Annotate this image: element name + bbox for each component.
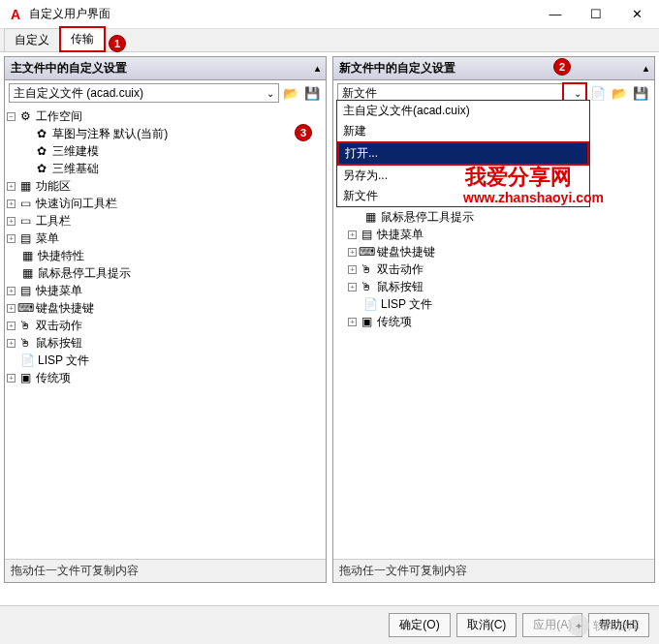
folder-icon: ▣	[17, 370, 33, 385]
ok-button[interactable]: 确定(O)	[389, 613, 450, 637]
tree-label[interactable]: 工具栏	[36, 213, 71, 230]
new-icon[interactable]: 📄	[588, 83, 608, 103]
expander-icon[interactable]: +	[7, 339, 16, 348]
dropdown-option-main[interactable]: 主自定义文件(acad.cuix)	[337, 101, 589, 121]
tooltip-icon: ▦	[19, 265, 35, 281]
annotation-marker-3: 3	[295, 124, 312, 141]
maximize-button[interactable]: ☐	[581, 5, 611, 24]
expander-icon[interactable]: +	[348, 318, 357, 326]
dialog-button-bar: 确定(O) 取消(C) 应用(A) 帮助(H)	[0, 605, 659, 644]
expander-icon[interactable]: +	[7, 217, 16, 226]
dropdown-option-new[interactable]: 新建	[337, 121, 589, 141]
expander-icon[interactable]: +	[348, 283, 357, 291]
right-panel-header: 新文件中的自定义设置 ▴	[333, 57, 654, 80]
main-area: 主文件中的自定义设置 ▴ 主自定义文件 (acad.cuix) ⌄ 📂 💾 −⚙…	[0, 52, 659, 587]
right-combo-text: 新文件	[342, 85, 377, 102]
toolbar-icon: ▭	[17, 196, 33, 211]
gear-icon: ✿	[34, 126, 49, 141]
tree-label[interactable]: 双击动作	[36, 318, 82, 334]
left-panel-header: 主文件中的自定义设置 ▴	[5, 57, 326, 80]
expander-icon[interactable]: +	[348, 265, 357, 274]
file-icon: 📄	[19, 353, 35, 368]
left-tree[interactable]: −⚙工作空间 ✿草图与注释 默认(当前) ✿三维建模 ✿三维基础 +▦功能区 +…	[5, 106, 326, 559]
expander-icon[interactable]: −	[7, 112, 16, 121]
expander-icon[interactable]: +	[7, 374, 16, 383]
keyboard-icon: ⌨	[359, 244, 374, 260]
gear-icon: ✿	[34, 143, 49, 159]
props-icon: ▦	[19, 248, 35, 263]
tree-label[interactable]: 快捷菜单	[377, 227, 424, 243]
expander-icon[interactable]: +	[348, 248, 357, 257]
collapse-icon[interactable]: ▴	[643, 63, 648, 74]
right-footer: 拖动任一文件可复制内容	[333, 559, 654, 582]
open-icon[interactable]: 📂	[281, 83, 300, 103]
tree-label[interactable]: 鼠标按钮	[377, 279, 424, 295]
dropdown-option-open[interactable]: 打开...	[337, 141, 589, 166]
right-header-text: 新文件中的自定义设置	[339, 60, 455, 77]
collapse-icon[interactable]: ▴	[315, 63, 320, 74]
save-icon[interactable]: 💾	[302, 83, 322, 103]
tree-label[interactable]: 鼠标悬停工具提示	[38, 265, 131, 282]
open-icon[interactable]: 📂	[610, 83, 629, 103]
close-button[interactable]: ✕	[622, 5, 651, 24]
tree-label[interactable]: 键盘快捷键	[377, 244, 435, 261]
file-icon: 📄	[362, 296, 378, 312]
file-dropdown[interactable]: 主自定义文件(acad.cuix) 新建 打开... 另存为... 新文件	[336, 100, 590, 207]
expander-icon[interactable]: +	[7, 304, 16, 313]
tree-label[interactable]: 快捷特性	[38, 248, 84, 264]
toolbar-icon: ▭	[17, 213, 33, 229]
title-bar: A 自定义用户界面 — ☐ ✕	[0, 0, 659, 29]
expander-icon[interactable]: +	[7, 234, 16, 243]
dropdown-option-newfile[interactable]: 新文件	[337, 186, 589, 206]
annotation-marker-1: 1	[109, 35, 126, 52]
tree-label[interactable]: 菜单	[36, 230, 59, 247]
chevron-down-icon: ⌄	[267, 88, 274, 99]
minimize-button[interactable]: —	[541, 5, 570, 24]
tab-customize[interactable]: 自定义	[4, 28, 60, 51]
cancel-button[interactable]: 取消(C)	[456, 613, 518, 637]
folder-icon: ▣	[359, 314, 374, 329]
menu-icon: ▤	[17, 283, 33, 298]
mouse-icon: 🖱	[17, 318, 33, 333]
tab-transfer[interactable]: 传输	[59, 26, 106, 52]
expander-icon[interactable]: +	[7, 287, 16, 295]
left-header-text: 主文件中的自定义设置	[11, 60, 127, 77]
mouse-icon: 🖱	[17, 335, 33, 351]
tree-label[interactable]: 快速访问工具栏	[36, 196, 117, 212]
right-panel: 新文件中的自定义设置 ▴ 新文件 ⌄ 📄 📂 💾 主自定义文件(acad.cui…	[332, 56, 655, 583]
corner-watermark-text: 软件智库	[593, 618, 640, 634]
dropdown-option-saveas[interactable]: 另存为...	[337, 166, 589, 186]
app-icon: A	[8, 7, 23, 22]
left-file-combo[interactable]: 主自定义文件 (acad.cuix) ⌄	[9, 83, 279, 103]
tree-label[interactable]: 草图与注释 默认(当前)	[52, 126, 168, 142]
tree-label[interactable]: 鼠标按钮	[36, 335, 82, 352]
gear-icon: ✿	[34, 161, 49, 176]
tree-label[interactable]: 键盘快捷键	[36, 300, 94, 317]
left-panel: 主文件中的自定义设置 ▴ 主自定义文件 (acad.cuix) ⌄ 📂 💾 −⚙…	[4, 56, 327, 583]
tree-label[interactable]: 工作空间	[36, 108, 82, 125]
expander-icon[interactable]: +	[7, 322, 16, 330]
mouse-icon: 🖱	[359, 261, 374, 277]
tab-bar: 自定义 传输	[0, 29, 659, 52]
expander-icon[interactable]: +	[7, 182, 16, 191]
tree-label[interactable]: 三维基础	[52, 161, 99, 177]
left-toolbar: 主自定义文件 (acad.cuix) ⌄ 📂 💾	[5, 80, 326, 106]
window-title: 自定义用户界面	[29, 6, 541, 22]
tree-label[interactable]: 传统项	[377, 314, 412, 330]
tree-label[interactable]: LISP 文件	[38, 353, 89, 369]
expander-icon[interactable]: +	[7, 199, 16, 208]
tree-label[interactable]: LISP 文件	[381, 296, 432, 313]
corner-watermark: ✦ 软件智库	[568, 615, 640, 636]
tree-label[interactable]: 快捷菜单	[36, 283, 82, 299]
folder-icon: ▦	[17, 178, 33, 194]
tree-label[interactable]: 传统项	[36, 370, 71, 386]
left-footer: 拖动任一文件可复制内容	[5, 559, 326, 582]
save-icon[interactable]: 💾	[631, 83, 650, 103]
tree-label[interactable]: 双击动作	[377, 261, 424, 278]
tree-label[interactable]: 鼠标悬停工具提示	[381, 209, 474, 226]
left-combo-text: 主自定义文件 (acad.cuix)	[14, 85, 143, 102]
tree-label[interactable]: 三维建模	[52, 143, 99, 160]
tree-label[interactable]: 功能区	[36, 178, 71, 195]
expander-icon[interactable]: +	[348, 230, 357, 239]
menu-icon: ▤	[17, 230, 33, 246]
